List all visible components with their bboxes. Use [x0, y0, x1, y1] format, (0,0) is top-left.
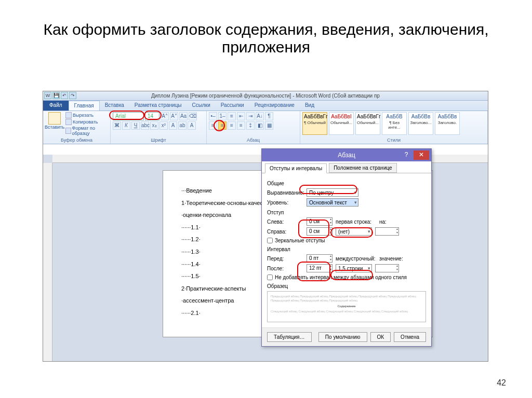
style-2[interactable]: АаБбВвIОбычный...	[329, 112, 354, 135]
dialog-body: Общие Выравнивание: По центру Уровень: О…	[262, 173, 431, 327]
align-combo[interactable]: По центру	[307, 188, 358, 197]
section-spacing: Интервал	[267, 246, 426, 252]
after-input[interactable]: 12 пт	[307, 264, 332, 272]
undo-icon[interactable]: ↶	[61, 92, 68, 99]
linespacing-combo[interactable]: 1,5 строки	[336, 264, 372, 272]
firstline-combo[interactable]: (нет)	[336, 227, 372, 236]
level-combo[interactable]: Основной текст	[307, 198, 358, 207]
cut-button[interactable]: Вырезать	[65, 112, 108, 118]
ok-button[interactable]: ОК	[370, 332, 391, 342]
cancel-button[interactable]: Отмена	[394, 332, 426, 342]
sort-button[interactable]: A↓	[256, 112, 264, 120]
style-6[interactable]: АаБбВвЗаголово.	[435, 112, 460, 135]
bullets-button[interactable]: •–	[209, 112, 217, 120]
section-indent: Отступ	[267, 210, 426, 215]
by-input[interactable]	[375, 227, 399, 236]
font-size-combo[interactable]: 14	[145, 112, 159, 120]
dialog-titlebar: Абзац ? ✕	[262, 149, 431, 161]
font-name-combo[interactable]: Arial	[113, 112, 144, 120]
align-left-button[interactable]: ≡	[209, 121, 217, 130]
tab-mailings[interactable]: Рассылки	[216, 101, 249, 111]
copy-button[interactable]: Копировать	[65, 119, 108, 125]
bold-button[interactable]: Ж	[113, 121, 121, 130]
justify-button[interactable]: ≡	[237, 121, 245, 130]
ribbon-tabs: Файл Главная Вставка Разметка страницы С…	[43, 101, 488, 111]
tab-review[interactable]: Рецензирование	[249, 101, 300, 111]
before-input[interactable]: 0 пт	[307, 254, 332, 263]
tab-insert[interactable]: Вставка	[100, 101, 129, 111]
line-spacing-button[interactable]: ‡	[246, 121, 255, 130]
cut-icon	[65, 112, 72, 118]
strike-button[interactable]: abc	[141, 121, 149, 130]
paste-label: Вставить	[45, 125, 64, 130]
before-label: Перед:	[267, 256, 303, 262]
tab-page-layout[interactable]: Разметка страницы	[129, 101, 187, 111]
tabs-button[interactable]: Табуляция…	[267, 332, 312, 342]
paste-icon	[48, 112, 61, 125]
shading-button[interactable]: ◧	[256, 121, 264, 130]
preview-box: Предыдущий абзац Предыдущий абзац Предыд…	[267, 291, 426, 322]
ruler-vertical	[43, 163, 52, 361]
tab-file[interactable]: Файл	[43, 101, 69, 111]
increase-indent-button[interactable]: ⇥	[246, 112, 255, 120]
tab-position[interactable]: Положение на странице	[329, 163, 396, 173]
page-number: 42	[497, 378, 506, 388]
text-effects-button[interactable]: A	[169, 121, 177, 130]
nosame-checkbox[interactable]: Не добавлять интервал между абзацами одн…	[267, 275, 426, 280]
save-icon[interactable]: 💾	[52, 92, 60, 99]
value-input[interactable]	[375, 264, 399, 272]
paragraph-dialog: Абзац ? ✕ Отступы и интервалы Положение …	[261, 148, 432, 347]
borders-button[interactable]: ▦	[265, 121, 273, 130]
numbering-button[interactable]: 1–	[218, 112, 227, 120]
brush-icon	[65, 128, 71, 134]
redo-icon[interactable]: ↷	[69, 92, 76, 99]
superscript-button[interactable]: x²	[159, 121, 168, 130]
quick-access-toolbar: W 💾 ↶ ↷	[44, 92, 76, 99]
style-normal[interactable]: АаБбВвГг¶ Обычный	[302, 112, 327, 135]
multilevel-button[interactable]: ≡	[228, 112, 236, 120]
paragraph-group-label: Абзац	[209, 136, 298, 143]
tab-indents[interactable]: Отступы и интервалы	[265, 163, 327, 173]
font-color-button[interactable]: A	[188, 121, 196, 130]
default-button[interactable]: По умолчанию	[318, 332, 367, 342]
change-case-button[interactable]: Aa	[179, 112, 188, 120]
font-group-label: Шрифт	[113, 136, 204, 143]
style-4[interactable]: АаБбВ¶ Без инте...	[382, 112, 407, 135]
section-preview: Образец	[267, 283, 426, 289]
by-label: на:	[379, 219, 395, 225]
style-5[interactable]: АаБбВвЗаголово...	[408, 112, 433, 135]
indent-right-input[interactable]: 0 см	[307, 227, 332, 236]
clear-format-button[interactable]: ⌫	[189, 112, 197, 120]
format-painter-button[interactable]: Формат по образцу	[65, 126, 108, 136]
decrease-indent-button[interactable]: ⇤	[237, 112, 245, 120]
indent-left-label: Слева:	[267, 219, 303, 225]
italic-button[interactable]: К	[122, 121, 130, 130]
align-right-button[interactable]: ≡	[228, 121, 236, 130]
tab-view[interactable]: Вид	[300, 101, 320, 111]
highlight-button[interactable]: ab	[178, 121, 187, 130]
level-label: Уровень:	[267, 200, 303, 205]
after-label: После:	[267, 266, 303, 271]
dialog-buttons: Табуляция… По умолчанию ОК Отмена	[262, 327, 431, 346]
clipboard-group-label: Буфер обмена	[45, 136, 108, 143]
mirror-checkbox[interactable]: Зеркальные отступы	[267, 238, 426, 243]
slide-title: Как оформить заголовок содержания, введе…	[0, 0, 532, 66]
styles-group-label: Стили	[302, 136, 485, 143]
tab-references[interactable]: Ссылки	[187, 101, 216, 111]
align-label: Выравнивание:	[267, 190, 303, 196]
indent-left-input[interactable]: 0 см	[307, 217, 332, 226]
help-button[interactable]: ?	[401, 150, 411, 160]
shrink-font-button[interactable]: A˅	[170, 112, 178, 120]
align-center-button[interactable]: ≡	[218, 121, 227, 130]
show-marks-button[interactable]: ¶	[265, 112, 273, 120]
underline-button[interactable]: Ч	[131, 121, 140, 130]
style-3[interactable]: АаБбВвГгОбычный...	[355, 112, 380, 135]
grow-font-button[interactable]: A˄	[161, 112, 169, 120]
subscript-button[interactable]: x₂	[150, 121, 158, 130]
paste-button[interactable]: Вставить	[45, 112, 64, 136]
ribbon: Вставить Вырезать Копировать Формат по о…	[43, 111, 488, 144]
titlebar: W 💾 ↶ ↷ Диплом Лузина [Режим ограниченно…	[43, 91, 488, 101]
tab-home[interactable]: Главная	[69, 101, 100, 111]
linespacing-label: междустрочный:	[336, 256, 376, 262]
close-button[interactable]: ✕	[414, 150, 429, 160]
